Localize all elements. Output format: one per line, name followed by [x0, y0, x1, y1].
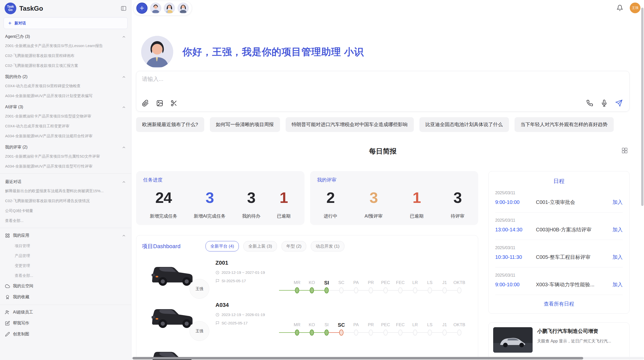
milestone-label: J1	[437, 322, 452, 328]
suggestion-chip[interactable]: 特朗普可能对进口汽车增税会对中国车企造成哪些影响	[286, 117, 414, 132]
suggestion-chip[interactable]: 欧洲新规最近颁布了什么?	[136, 117, 204, 132]
sidebar-section-agent-done[interactable]: Agent已办 (3)	[0, 31, 131, 41]
stat-label: 已逾期	[410, 213, 423, 219]
new-chat-label: 新对话	[14, 21, 26, 26]
stat-value: 3	[451, 189, 464, 206]
layout-grid-icon[interactable]	[621, 147, 628, 154]
milestone-timeline: MR KO SI SC PA PR PEC FEC LR LS J1	[279, 260, 467, 295]
project-row[interactable]: 王强 A034 2023-12-19 ~ 2026-01-19	[142, 301, 478, 337]
schedule-item: 2025/03/11 10:30-11:30 C005-整车工程目标评审 加入	[495, 240, 623, 267]
join-link[interactable]: 加入	[612, 199, 623, 206]
schedule-time: 9:00-10:00	[495, 199, 536, 205]
sidebar-section-recent[interactable]: 最近对话	[0, 176, 131, 186]
sidebar-item-project-mgmt[interactable]: 项目管理	[0, 241, 131, 251]
suggestion-chip[interactable]: 如何写一份清晰的项目周报	[210, 117, 280, 132]
vertical-scrollbar[interactable]	[641, 8, 643, 206]
divider	[0, 305, 131, 305]
project-image: 王强	[148, 259, 200, 295]
milestone-label: LS	[422, 279, 437, 286]
milestone-node	[325, 329, 329, 336]
recent-chat-item[interactable]: 解释最新出台的欧盟报废车法规再生塑料比例被调至15%...	[0, 186, 131, 196]
attach-icon[interactable]	[142, 100, 149, 107]
notification-bell-icon[interactable]	[617, 5, 623, 11]
sidebar-item[interactable]: Z001-全新燃油轻卡产品开发项目SI节点属性5D文件评审	[0, 152, 131, 161]
sidebar-item[interactable]: Z001-全新燃油轻卡产品开发项目SI造型提交物评审	[0, 111, 131, 121]
sidebar-item-creative-drawing[interactable]: 创意制图	[0, 329, 131, 340]
news-card[interactable]: 小鹏飞行汽车制造公司增资 天眼查 App 显示，近日广州汇天飞行汽...	[488, 322, 630, 360]
horizontal-scrollbar[interactable]	[133, 357, 583, 359]
briefing-title: 每日简报	[136, 147, 630, 156]
sidebar-item-cloud-space[interactable]: 我的云空间	[0, 281, 131, 292]
sidebar-item-help-me-write[interactable]: 帮我写作	[0, 318, 131, 329]
milestone-label: LS	[422, 322, 437, 328]
chat-input[interactable]	[142, 76, 624, 82]
milestone-label: KO	[304, 322, 319, 328]
sidebar-item-ai-super-staff[interactable]: AI超级员工	[0, 307, 131, 318]
sidebar-section-my-review[interactable]: 我的评审 (2)	[0, 141, 131, 152]
member-avatar[interactable]	[178, 3, 189, 14]
sidebar-item[interactable]: Z001-全新燃油皮卡产品开发项目SI节点Lesson Learn报告	[0, 41, 131, 51]
project-row[interactable]: 王强 Z001 2023-12-19 ~ 2027-01-19	[142, 259, 478, 295]
sidebar-item-my-apps[interactable]: 我的应用	[0, 230, 131, 241]
sidebar-item[interactable]: C02-飞腾新能源轻客改款项目里程碑画布	[0, 51, 131, 61]
tab-all-new-platform[interactable]: 全新平台 (4)	[206, 241, 239, 251]
stat-value: 3	[364, 189, 383, 206]
join-link[interactable]: 加入	[612, 281, 623, 288]
image-icon[interactable]	[156, 100, 163, 107]
recent-chat-view-all[interactable]: 查看全部...	[0, 216, 131, 226]
recent-chat-item[interactable]: 公司Q3轻卡销量	[0, 206, 131, 216]
recent-chat-item[interactable]: C02-飞腾新能源轻客改款项目的闭环通告反馈情况	[0, 196, 131, 206]
sidebar-section-my-todo[interactable]: 我的待办 (2)	[0, 71, 131, 81]
task-progress-card: 任务进度 24 新增完成任务 3 新增AI完成任务	[136, 171, 304, 225]
join-link[interactable]: 加入	[612, 226, 623, 233]
member-avatar[interactable]	[150, 3, 161, 14]
section-title: 我的评审 (2)	[5, 145, 27, 150]
milestone-node	[369, 329, 373, 336]
sidebar-item[interactable]: A034-全新新能源MUV产品开发项目法规符合性评审	[0, 131, 131, 141]
project-dates: 2023-12-19 ~ 2027-01-19	[215, 270, 279, 275]
tab-model-year[interactable]: 年型 (2)	[282, 241, 306, 251]
sidebar-section-ai-review[interactable]: AI评审 (3)	[0, 101, 131, 111]
flag-icon	[215, 279, 219, 283]
milestone-node	[339, 329, 344, 336]
view-all-schedule-link[interactable]: 查看所有日程	[495, 295, 623, 310]
suggestion-chip[interactable]: 当下年轻人对汽车外观有怎样的喜好趋势	[515, 117, 614, 132]
section-title: AI评审 (3)	[5, 104, 23, 110]
phone-icon[interactable]	[586, 100, 593, 107]
card-title: 任务进度	[143, 177, 297, 183]
tab-new-body[interactable]: 全新上装 (3)	[243, 241, 277, 251]
suggestion-chips: 欧洲新规最近颁布了什么? 如何写一份清晰的项目周报 特朗普可能对进口汽车增税会对…	[136, 117, 630, 132]
milestone-label: MR	[290, 322, 304, 328]
sidebar-item[interactable]: A034-全新新能源MUV产品开发项目计划变更表编写	[0, 91, 131, 101]
milestone-node	[295, 329, 299, 336]
milestone-label: PR	[363, 279, 378, 286]
join-link[interactable]: 加入	[612, 254, 623, 261]
sidebar-item-change-mgmt[interactable]: 变更管理	[0, 261, 131, 271]
milestone-node	[384, 329, 388, 336]
sidebar-item-label: 我的收藏	[13, 294, 29, 300]
clock-icon	[215, 313, 219, 317]
sidebar-item[interactable]: C02-飞腾新能源轻客改款项目立项汇报方案	[0, 61, 131, 71]
milestone-node	[325, 287, 329, 293]
collapse-sidebar-icon[interactable]	[121, 5, 127, 11]
stat: 3 我的待办	[242, 189, 260, 219]
user-avatar[interactable]: 王强	[630, 3, 640, 13]
milestone-label: J1	[437, 279, 452, 286]
new-chat-button[interactable]: 新对话	[4, 17, 128, 29]
microphone-icon[interactable]	[601, 100, 608, 107]
send-icon[interactable]	[615, 99, 623, 107]
sidebar-item-product-mgmt[interactable]: 产品管理	[0, 251, 131, 261]
member-avatar[interactable]	[164, 3, 175, 14]
sidebar-item[interactable]: A034-全新新能源MUV产品开发项目造型可行性评审	[0, 161, 131, 171]
sidebar-item-favorites[interactable]: 我的收藏	[0, 292, 131, 303]
suggestion-chip[interactable]: 比亚迪全固态电池计划具体说了什么	[419, 117, 509, 132]
sidebar-item[interactable]: C0X4-动力总成开发项目工程变更评审	[0, 121, 131, 131]
apps-grid-icon	[5, 233, 10, 238]
tab-powertrain-dev[interactable]: 动总开发 (1)	[311, 241, 344, 251]
scissors-icon[interactable]	[170, 100, 178, 107]
add-member-button[interactable]	[136, 3, 148, 14]
sidebar-item[interactable]: C0X4-动力总成开发项目SI里程碑提交物检查	[0, 81, 131, 91]
milestone-label: OKTB	[452, 279, 467, 286]
horizontal-scrollbar-track	[131, 357, 644, 359]
sidebar-item-view-all-apps[interactable]: 查看全部...	[0, 271, 131, 281]
